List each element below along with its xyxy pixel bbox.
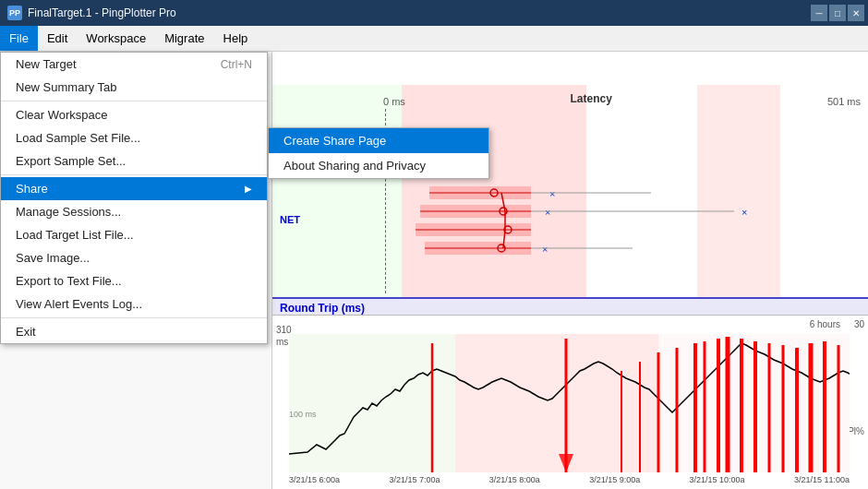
svg-text:×: × — [542, 244, 548, 255]
menu-exit[interactable]: Exit — [1, 320, 267, 343]
menu-edit[interactable]: Edit — [38, 26, 77, 51]
time-2: 3/21/15 7:00a — [389, 475, 440, 484]
time-5: 3/21/15 10:00a — [690, 475, 745, 484]
menu-save-image[interactable]: Save Image... — [1, 246, 267, 269]
separator-3 — [1, 317, 267, 318]
menu-export-text[interactable]: Export to Text File... — [1, 269, 267, 292]
share-submenu: Create Share Page About Sharing and Priv… — [268, 127, 489, 179]
window-controls[interactable]: ─ □ ✕ — [811, 5, 864, 21]
submenu-about-sharing[interactable]: About Sharing and Privacy — [269, 153, 488, 178]
svg-text:×: × — [741, 207, 747, 218]
menu-load-sample[interactable]: Load Sample Set File... — [1, 126, 267, 149]
separator-2 — [1, 174, 267, 175]
time-4: 3/21/15 9:00a — [589, 475, 640, 484]
svg-text:×: × — [545, 207, 550, 218]
timeline: 3/21/15 6:00a 3/21/15 7:00a 3/21/15 8:00… — [289, 471, 850, 489]
menu-help[interactable]: Help — [214, 26, 258, 51]
menu-share[interactable]: Share ▶ — [1, 177, 267, 200]
roundtrip-header-bar: Round Trip (ms) — [272, 297, 868, 316]
hours-label: 6 hours — [810, 319, 840, 329]
title-text: FinalTarget.1 - PingPlotter Pro — [28, 6, 176, 19]
submenu-create-share-page[interactable]: Create Share Page — [269, 128, 488, 153]
maximize-button[interactable]: □ — [829, 5, 846, 21]
time-6: 3/21/15 11:00a — [794, 475, 850, 484]
menu-clear-workspace[interactable]: Clear Workspace — [1, 103, 267, 126]
time-3: 3/21/15 8:00a — [489, 475, 540, 484]
menu-file[interactable]: File — [0, 26, 38, 51]
title-bar: PP FinalTarget.1 - PingPlotter Pro ─ □ ✕ — [0, 0, 868, 26]
menu-migrate[interactable]: Migrate — [155, 26, 213, 51]
menu-manage-sessions[interactable]: Manage Sessions... — [1, 200, 267, 223]
arrow-icon: ▶ — [245, 184, 252, 194]
menu-new-summary-tab[interactable]: New Summary Tab — [1, 76, 267, 99]
latency-svg: × × × × — [272, 85, 868, 297]
svg-text:100 ms: 100 ms — [289, 410, 317, 419]
app-icon: PP — [7, 6, 22, 20]
roundtrip-svg: 100 ms — [289, 334, 850, 472]
pl-scale: 30 — [854, 319, 864, 329]
svg-text:×: × — [549, 188, 555, 199]
roundtrip-chart: 310 ms 6 hours 30 Pl% — [272, 316, 868, 489]
menu-load-target-list[interactable]: Load Target List File... — [1, 223, 267, 246]
pl-label: Pl% — [848, 426, 864, 436]
menu-workspace[interactable]: Workspace — [77, 26, 155, 51]
svg-rect-24 — [455, 334, 658, 472]
menu-view-alert-events[interactable]: View Alert Events Log... — [1, 292, 267, 316]
main-content: ◀ ▼ ▶ ▼ Interval 2.5 seconds Focus 60 mi… — [272, 52, 868, 489]
file-dropdown: New Target Ctrl+N New Summary Tab Clear … — [0, 52, 268, 344]
time-1: 3/21/15 6:00a — [289, 475, 340, 484]
shortcut-new-target: Ctrl+N — [221, 58, 252, 71]
latency-chart: 0 ms 501 ms Latency NET × × × — [272, 85, 868, 297]
separator-1 — [1, 101, 267, 101]
minimize-button[interactable]: ─ — [811, 5, 827, 21]
menu-bar: File Edit Workspace Migrate Help — [0, 26, 868, 52]
menu-export-sample[interactable]: Export Sample Set... — [1, 149, 267, 173]
menu-new-target[interactable]: New Target Ctrl+N — [1, 53, 267, 76]
roundtrip-title: Round Trip (ms) — [272, 302, 365, 315]
close-button[interactable]: ✕ — [848, 5, 864, 21]
